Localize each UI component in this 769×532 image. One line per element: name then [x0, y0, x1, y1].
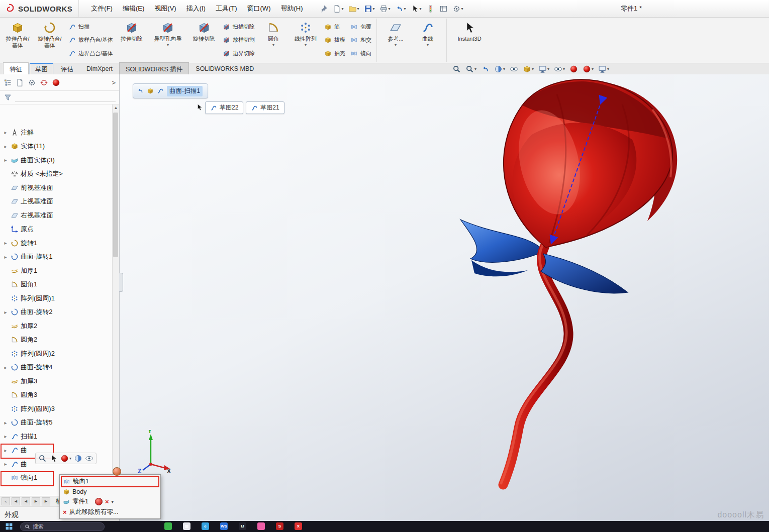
expand-arrow[interactable] — [3, 130, 9, 135]
ribbon-big-button[interactable]: 曲线 ▾ — [412, 19, 443, 62]
app-solidworks[interactable]: S — [276, 522, 283, 530]
pin-toolbar[interactable] — [318, 4, 330, 14]
color-swatch[interactable] — [95, 498, 103, 505]
expand-arrow[interactable] — [3, 144, 9, 149]
ribbon-big-button[interactable]: 拉伸切除 — [116, 19, 147, 62]
expand-arrow[interactable] — [3, 309, 9, 315]
curves[interactable]: 曲线 ▾ — [412, 19, 443, 62]
tree-item-circular-pattern2[interactable]: 阵列(圆周)2 — [0, 347, 119, 361]
breadcrumb[interactable]: 曲面-扫描1 — [133, 83, 208, 98]
remove-appearance-icon[interactable]: × — [105, 498, 109, 505]
ribbon-small-button[interactable]: 放样切割 — [223, 35, 255, 46]
ribbon-small-button[interactable]: 边界凸台/基体 — [68, 48, 113, 59]
select-tool[interactable]: ▾ — [409, 4, 423, 14]
previous-view[interactable] — [481, 65, 490, 73]
undo-action[interactable]: ▾ — [394, 4, 408, 14]
fillet[interactable]: 圆角 ▾ — [258, 19, 289, 62]
view-settings[interactable]: ▾ — [598, 65, 609, 73]
popup-item-remove-all[interactable]: × 从此移除所有零... — [61, 507, 159, 517]
ribbon-small-button[interactable]: 扫描 — [68, 21, 113, 32]
tab-scroll-next[interactable]: ▶ — [32, 497, 40, 505]
extrude-cut[interactable]: 拉伸切除 — [116, 19, 147, 62]
featuremanager-tree-tab[interactable] — [4, 78, 12, 87]
menu-tools[interactable]: 工具(T) — [211, 2, 242, 15]
app-pink[interactable] — [257, 522, 265, 530]
rib-group[interactable]: 筋 拔模 抽壳 — [322, 19, 347, 62]
overlay-select[interactable] — [49, 454, 58, 463]
menu-help[interactable]: 帮助(H) — [275, 2, 308, 15]
menu-insert[interactable]: 插入(I) — [181, 2, 211, 15]
menu-view[interactable]: 视图(V) — [149, 2, 181, 15]
tree-item-fillet2[interactable]: 圆角2 — [0, 333, 119, 347]
filter-input[interactable] — [15, 93, 116, 102]
popup-item-mirror1[interactable]: 镜向1 — [61, 476, 159, 487]
ribbon-big-button[interactable]: Instant3D — [450, 19, 489, 62]
menu-edit[interactable]: 编辑(E) — [118, 2, 149, 15]
tree-item-thicken3[interactable]: 加厚3 — [0, 374, 119, 388]
history-icon[interactable] — [137, 87, 144, 94]
reference-geometry[interactable]: 参考... ▾ — [376, 19, 411, 62]
hide-show-items[interactable]: ▾ — [554, 65, 565, 73]
menu-window[interactable]: 窗口(W) — [242, 2, 276, 15]
sketch22-chip[interactable]: 草图22 — [205, 101, 243, 114]
app-widgets[interactable]: ▦ — [183, 522, 190, 530]
extrude-boss[interactable]: 拉伸凸台/基体 — [2, 19, 33, 62]
tree-item-front-plane[interactable]: 前视基准面 — [0, 181, 119, 195]
tree-item-thicken2[interactable]: 加厚2 — [0, 319, 119, 333]
displaymanager-tab[interactable] — [52, 78, 60, 87]
tree-item-right-plane[interactable]: 右视基准面 — [0, 208, 119, 223]
panel-expand-chevron[interactable]: > — [112, 79, 116, 86]
appearance-ball-icon[interactable] — [113, 467, 121, 476]
app-ij[interactable]: IJ — [239, 522, 246, 530]
dropdown-caret-icon[interactable]: ▾ — [112, 499, 114, 504]
tree-item-circular-pattern1[interactable]: 阵列(圆周)1 — [0, 291, 119, 305]
ribbon-big-button[interactable]: 参考... ▾ — [380, 19, 411, 62]
tree-item-material[interactable]: 材质 <未指定> — [0, 167, 119, 181]
tab-scroll-last[interactable]: ▶ — [42, 497, 50, 505]
display-style[interactable]: ▾ — [538, 65, 549, 73]
tab-scroll-first[interactable]: ◀ — [12, 497, 20, 505]
taskbar-search[interactable]: 搜索 — [20, 522, 105, 531]
ribbon-big-button[interactable]: 圆角 ▾ — [258, 19, 289, 62]
tree-item-annotations[interactable]: 注解 — [0, 126, 119, 140]
ribbon-small-button[interactable]: 抽壳 — [324, 48, 345, 59]
tree-item-sweep1[interactable]: 扫描1 — [0, 430, 119, 444]
ribbon-small-button[interactable]: 镜向 — [350, 48, 371, 59]
tree-item-origin[interactable]: 原点 — [0, 223, 119, 237]
view-orientation[interactable]: ▾ — [523, 65, 534, 73]
ribbon-big-button[interactable]: 线性阵列 ▾ — [290, 19, 321, 62]
edit-appearance[interactable] — [569, 65, 578, 73]
linear-pattern[interactable]: 线性阵列 ▾ — [290, 19, 321, 62]
ribbon-small-button[interactable]: 扫描切除 — [223, 21, 255, 32]
propertymanager-tab[interactable] — [16, 78, 24, 87]
popup-item-part[interactable]: 零件1 × ▾ — [61, 496, 159, 507]
ribbon-small-button[interactable]: 边界切除 — [223, 48, 255, 59]
print-document[interactable]: ▾ — [378, 4, 392, 14]
revolve-boss[interactable]: 旋转凸台/基体 — [34, 19, 65, 62]
breadcrumb-title[interactable]: 曲面-扫描1 — [167, 86, 203, 96]
save-document[interactable]: ▾ — [362, 4, 376, 14]
tree-item-surface-revolve1[interactable]: 曲面-旋转1 — [0, 250, 119, 264]
menu-file[interactable]: 文件(F) — [86, 2, 118, 15]
leaf-left-lower[interactable] — [471, 260, 528, 276]
sweep-group[interactable]: 扫描 放样凸台/基体 边界凸台/基体 — [66, 19, 115, 62]
ribbon-small-button[interactable]: 相交 — [350, 35, 371, 46]
expand-arrow[interactable] — [3, 157, 9, 163]
revolve-cut[interactable]: 旋转切除 — [188, 19, 220, 62]
surface-sweep-icon[interactable] — [157, 87, 164, 94]
open-document[interactable]: ▾ — [347, 4, 361, 14]
scrollbar-thumb[interactable] — [113, 113, 118, 257]
ribbon-small-button[interactable]: 拔模 — [324, 35, 345, 46]
app-edge[interactable]: e — [202, 522, 209, 530]
configurationmanager-tab[interactable] — [28, 78, 36, 87]
ribbon-small-button[interactable]: 筋 — [324, 21, 345, 32]
popup-item-body[interactable]: Body — [61, 487, 159, 496]
rose-model[interactable] — [120, 74, 769, 522]
section-view[interactable]: ▾ — [494, 65, 505, 73]
overlay-appearance[interactable]: ▾ — [60, 454, 71, 463]
tree-item-surface-bodies[interactable]: 曲面实体(3) — [0, 153, 119, 167]
settings-gear[interactable]: ▾ — [451, 4, 465, 14]
wrap-group[interactable]: 包覆 相交 镜向 — [348, 19, 373, 62]
color-indicator[interactable] — [425, 4, 436, 14]
overlay-zoom[interactable] — [38, 454, 47, 463]
